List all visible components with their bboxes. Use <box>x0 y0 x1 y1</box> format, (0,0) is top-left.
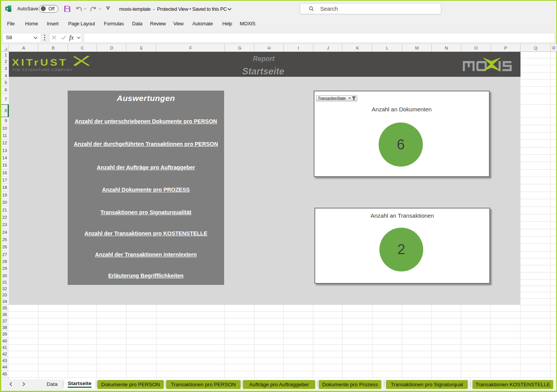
svg-text:X: X <box>6 7 8 11</box>
